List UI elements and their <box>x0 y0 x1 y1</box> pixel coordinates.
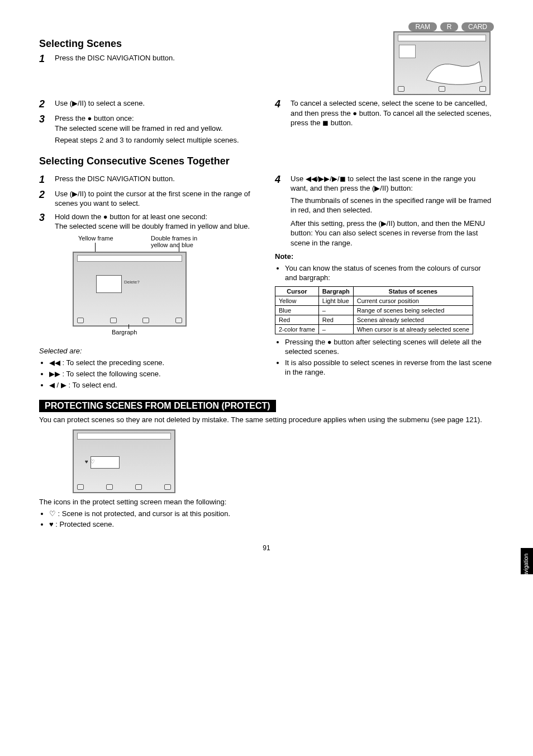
jump-item-3: ◀ / ▶ : To select end. <box>49 381 258 390</box>
step-2: 2 Use (▶/II) to select a scene. <box>39 98 258 110</box>
table-row: Red Red Scenes already selected <box>275 315 473 325</box>
th-cursor: Cursor <box>275 287 319 296</box>
badge-card: CARD <box>461 22 494 31</box>
range-step-3: 3 Hold down the ● button for at least on… <box>39 212 258 231</box>
callout-double: Double frames in yellow and blue <box>151 235 212 248</box>
step-4-text: To cancel a selected scene, select the s… <box>291 98 494 128</box>
heading-selecting-scenes: Selecting Scenes <box>39 38 388 50</box>
step-3-after-b: Repeat steps 2 and 3 to randomly select … <box>55 135 258 145</box>
callout-bargraph: Bargraph <box>112 329 137 336</box>
protect-intro: You can protect scenes so they are not d… <box>39 415 494 424</box>
edit-screen-diagram: Yellow frame Double frames in yellow and… <box>39 235 258 330</box>
callout-yellow: Yellow frame <box>78 235 113 242</box>
step-3: 3 Press the ● button once: The selected … <box>39 114 258 145</box>
jump-item-2: ▶▶ : To select the following scene. <box>49 370 258 379</box>
badge-r: R <box>440 22 459 31</box>
step-3-text: Press the ● button once: <box>55 114 258 124</box>
range-step-4b: After this setting, press the (▶/II) but… <box>291 219 494 248</box>
range-step-1-text: Press the DISC NAVIGATION button. <box>55 174 258 186</box>
heading-protect: PROTECTING SCENES FROM DELETION (PROTECT… <box>39 400 276 412</box>
table-row: Yellow Light blue Current cursor positio… <box>275 296 473 306</box>
notes-list: You can know the status of scenes from t… <box>275 264 494 283</box>
table-row: Blue – Range of scenes being selected <box>275 306 473 315</box>
legend-item-1: ♡ : Scene is not protected, and cursor i… <box>49 509 494 519</box>
scene-select-screenshot <box>393 31 491 95</box>
th-bargraph: Bargraph <box>318 287 353 296</box>
range-step-4-text: Use ◀◀/▶▶/▶/◼ to select the last scene i… <box>291 174 494 193</box>
page-number: 91 <box>39 544 494 552</box>
jump-list: ◀◀ : To select the preceding scene. ▶▶ :… <box>39 358 258 390</box>
th-status: Status of scenes <box>353 287 473 296</box>
notes-list-2: Pressing the ● button after selecting sc… <box>275 338 494 377</box>
note-1: You can know the status of scenes from t… <box>285 264 494 283</box>
note-2: Pressing the ● button after selecting sc… <box>285 338 494 357</box>
side-tab: Disc Navigation <box>521 548 533 574</box>
protect-legend-intro: The icons in the protect setting screen … <box>39 498 494 506</box>
note-3: It is also possible to select scenes in … <box>285 358 494 377</box>
edit-delete-screenshot: Delete? <box>73 252 187 327</box>
jump-item-1: ◀◀ : To select the preceding scene. <box>49 358 258 368</box>
step-2-text: Use (▶/II) to select a scene. <box>55 98 258 110</box>
step-1: 1 Press the DISC NAVIGATION button. <box>39 53 388 65</box>
range-step-3-text: Hold down the ● button for at least one … <box>55 212 258 222</box>
heading-range-select: Selecting Consecutive Scenes Together <box>39 155 494 167</box>
range-step-4-after: The thumbnails of scenes in the specifie… <box>291 196 494 215</box>
side-tab-label: Disc Navigation <box>521 548 531 574</box>
jump-list-label: Selected are: <box>39 347 258 355</box>
poster-illustration <box>423 55 485 85</box>
protect-legend-list: ♡ : Scene is not protected, and cursor i… <box>39 509 494 530</box>
table-row: 2-color frame – When cursor is at alread… <box>275 325 473 334</box>
media-badges: RAM R CARD <box>39 22 494 31</box>
step-4: 4 To cancel a selected scene, select the… <box>275 98 494 128</box>
legend-item-2: ♥ : Protected scene. <box>49 520 494 530</box>
delete-label: Delete? <box>124 280 140 285</box>
protect-screenshot: ♥ ♡ <box>73 429 175 493</box>
step-1-text: Press the DISC NAVIGATION button. <box>55 53 388 65</box>
badge-ram: RAM <box>408 22 437 31</box>
note-label: Note: <box>275 252 293 261</box>
range-step-4: 4 Use ◀◀/▶▶/▶/◼ to select the last scene… <box>275 174 494 248</box>
range-step-2: 2 Use (▶/II) to point the cursor at the … <box>39 189 258 209</box>
step-3-after-a: The selected scene will be framed in red… <box>55 124 258 134</box>
range-step-2-text: Use (▶/II) to point the cursor at the fi… <box>55 189 258 209</box>
range-step-3-after: The selected scene will be doubly framed… <box>55 221 258 231</box>
range-step-1: 1 Press the DISC NAVIGATION button. <box>39 174 258 186</box>
cursor-status-table: Cursor Bargraph Status of scenes Yellow … <box>275 286 473 334</box>
